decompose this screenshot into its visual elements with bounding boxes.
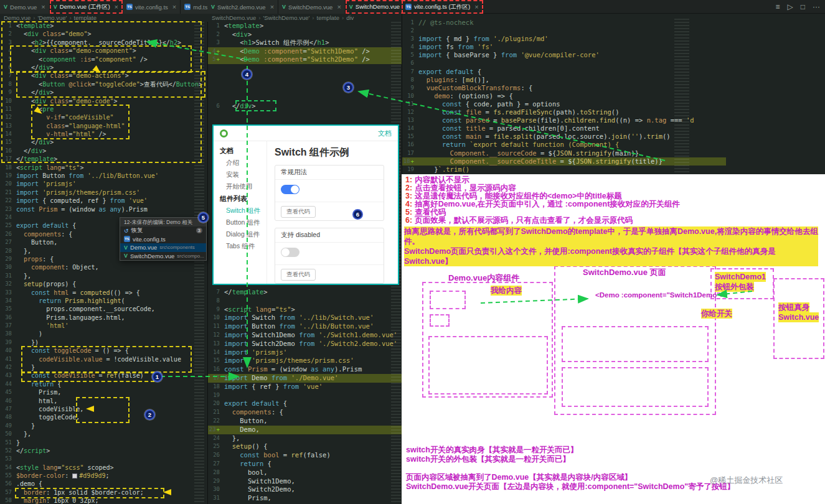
sidebar-item[interactable]: 组件列表 <box>214 192 266 205</box>
code-line[interactable]: 29 Switch1Demo, <box>208 477 402 486</box>
breadcrumb-item[interactable]: div <box>346 14 354 21</box>
code-line[interactable]: 56.demo { <box>0 480 197 488</box>
code-line[interactable]: 16const Prism = (window as any).Prism <box>208 365 402 374</box>
code-line[interactable]: 8 <box>208 297 402 306</box>
code-line[interactable]: 48 toggleCode, <box>0 413 197 421</box>
code-line[interactable]: 54<style lang="scss" scoped> <box>0 464 197 472</box>
switch-toggle-on[interactable] <box>281 185 299 194</box>
minimap[interactable] <box>194 22 204 504</box>
close-tab-icon[interactable]: × <box>337 3 341 11</box>
code-line[interactable]: 3 <h1>Switch 组件示例</h1> <box>208 39 402 47</box>
breadcrumb-item[interactable]: SwitchDemo.vue <box>212 14 256 21</box>
code-line[interactable]: 44 return { <box>0 380 197 388</box>
sidebar-item[interactable]: 安装 <box>214 169 266 180</box>
code-line[interactable]: 9<script lang="ts"> <box>208 306 402 314</box>
code-line[interactable]: 4 <div class="demo-component"> <box>0 47 197 55</box>
close-tab-icon[interactable]: × <box>474 3 478 11</box>
code-area-switchdemo-bottom[interactable]: 7</template>89<script lang="ts">10import… <box>208 288 402 503</box>
code-line[interactable]: 12 v-if="codeVisible" <box>0 113 197 121</box>
popup-item[interactable]: ↺恢复3 <box>120 226 206 235</box>
docs-link[interactable]: 文档 <box>378 129 392 138</box>
code-line[interactable]: 6 </div> <box>208 102 402 111</box>
view-code-button[interactable]: 查看代码 <box>281 269 316 281</box>
sidebar-item[interactable]: Button 组件 <box>214 217 266 228</box>
code-line[interactable]: 22import { computed, ref } from 'vue' <box>0 197 197 205</box>
code-line[interactable]: 18import { ref } from 'vue' <box>208 383 402 391</box>
code-line[interactable]: 14 v-html="html" /> <box>0 130 197 138</box>
code-line[interactable]: 16 </div> <box>0 147 197 155</box>
code-line[interactable]: 2 <div> <box>208 30 402 39</box>
code-line[interactable]: 13import Switch2Demo from './Switch2.dem… <box>208 340 402 348</box>
code-line[interactable]: 51} <box>0 439 197 447</box>
code-line[interactable]: 47 codeVisible, <box>0 405 197 413</box>
editor-action-icon[interactable]: ≡ <box>776 2 780 11</box>
code-line[interactable]: 49 } <box>0 422 197 430</box>
code-line[interactable]: 3 <h2>{{component.__sourceCodeTitle}}</h… <box>0 39 197 47</box>
code-area-switchdemo-line6[interactable]: 6 </div> <box>208 102 402 111</box>
sidebar-item[interactable]: 开始使用 <box>214 180 266 192</box>
code-line[interactable]: 19 <box>208 391 402 400</box>
popup-item[interactable]: TSvite.config.ts <box>120 235 206 244</box>
breadcrumb-item[interactable]: template <box>74 14 97 21</box>
code-line[interactable]: 20import 'prismjs' <box>0 180 197 188</box>
code-line[interactable]: 37 'html' <box>0 322 197 330</box>
code-line[interactable]: 19import Button from '../lib/Button.vue' <box>0 172 197 180</box>
code-line[interactable]: 36 Prism.languages.html, <box>0 314 197 322</box>
code-line[interactable]: 30 Switch2Demo, <box>208 485 402 494</box>
close-tab-icon[interactable]: × <box>172 3 176 11</box>
tab[interactable]: VSwitch2.demo.vue× <box>207 0 278 14</box>
site-logo-icon[interactable] <box>220 129 228 138</box>
breadcrumb-item[interactable]: 'Demo.vue' <box>37 14 67 21</box>
code-line[interactable]: 52</script> <box>0 447 197 455</box>
view-code-button[interactable]: 查看代码 <box>281 206 316 218</box>
sidebar-item[interactable]: 介绍 <box>214 157 266 169</box>
code-line[interactable]: 24 }, <box>208 434 402 443</box>
code-line[interactable]: 1<template> <box>208 22 402 30</box>
code-line[interactable]: 39 }) <box>0 338 197 347</box>
code-line[interactable]: 33 const html = computed(() => { <box>0 289 197 297</box>
code-line[interactable]: 35 props.component.__sourceCode, <box>0 305 197 313</box>
code-line[interactable]: 7</template> <box>208 288 402 297</box>
code-line[interactable]: 10 <div class="demo-code"> <box>0 97 197 105</box>
code-line[interactable]: 21import 'prismjs/themes/prism.css' <box>0 189 197 197</box>
tab[interactable]: VDemo.vue (工作区)× <box>50 0 123 14</box>
code-line[interactable]: 20export default { <box>208 399 402 408</box>
code-line[interactable]: 23+ Demo, <box>208 426 402 434</box>
breadcrumb-demo-vue[interactable]: Demo.vue›'Demo.vue'›template <box>4 14 97 22</box>
sidebar-item[interactable]: Tabs 组件 <box>214 240 266 252</box>
code-line[interactable]: 43 const codeVisible = ref(false) <box>0 371 197 380</box>
code-line[interactable]: 32 setup(props) { <box>0 280 197 288</box>
code-line[interactable]: 30 component: Object, <box>0 263 197 271</box>
code-line[interactable]: 5+ <Demo :component="Switch2Demo" /> <box>208 55 402 64</box>
close-tab-icon[interactable]: × <box>270 3 274 11</box>
editor-action-icon[interactable]: ▷ <box>788 2 793 11</box>
code-line[interactable]: 23const Prism = (window as any).Prism <box>0 205 197 213</box>
popup-item[interactable]: VDemo.vuesrc\components <box>120 243 206 252</box>
code-line[interactable]: 55$border-color: #d9d9d9; <box>0 472 197 480</box>
minimap[interactable] <box>674 19 689 173</box>
code-line[interactable]: 1<template> <box>0 22 197 30</box>
code-line[interactable]: 21 components: { <box>208 408 402 417</box>
code-line[interactable]: 34 return Prism.highlight( <box>0 297 197 305</box>
switch-toggle-off[interactable] <box>281 248 299 257</box>
code-line[interactable]: 2 <div class="demo"> <box>0 30 197 38</box>
code-line[interactable]: 26 const bool = ref(false) <box>208 451 402 460</box>
code-line[interactable]: 25 setup() { <box>208 442 402 451</box>
code-line[interactable]: 28 bool, <box>208 469 402 477</box>
code-line[interactable]: 12import Switch1Demo from './Switch1.dem… <box>208 331 402 340</box>
sidebar-item[interactable]: Switch 组件 <box>214 205 266 217</box>
code-line[interactable]: 14import 'prismjs' <box>208 348 402 357</box>
tab[interactable]: TSvite.config.ts× <box>123 0 181 14</box>
code-line[interactable]: 31 }, <box>0 272 197 280</box>
breadcrumb-item[interactable]: 'SwitchDemo.vue' <box>263 14 309 21</box>
code-line[interactable]: 38 ) <box>0 330 197 338</box>
code-line[interactable]: 42 } <box>0 363 197 371</box>
code-line[interactable]: 50 }, <box>0 430 197 438</box>
code-line[interactable]: 46 html, <box>0 397 197 405</box>
code-line[interactable]: 11 <pre <box>0 105 197 113</box>
code-line[interactable]: 18<script lang="ts"> <box>0 164 197 172</box>
code-line[interactable]: 4+ <Demo :component="Switch1Demo" /> <box>208 47 402 56</box>
code-line[interactable]: 27 return { <box>208 460 402 469</box>
code-line[interactable]: 22 Button, <box>208 417 402 426</box>
code-line[interactable]: 5 <component :is="component" /> <box>0 55 197 63</box>
